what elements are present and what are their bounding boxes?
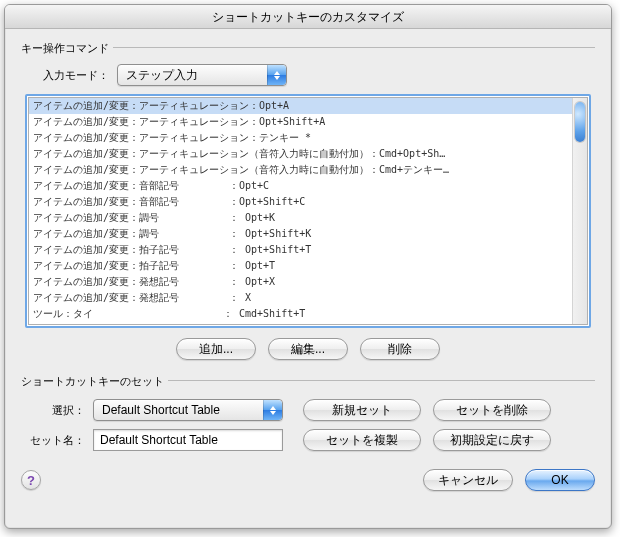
list-item[interactable]: アイテムの追加/変更：拍子記号 ： Opt+T [29, 258, 587, 274]
set-name-value: Default Shortcut Table [100, 433, 218, 447]
shortcut-listbox[interactable]: アイテムの追加/変更：アーティキュレーション：Opt+Aアイテムの追加/変更：ア… [28, 97, 588, 325]
input-mode-label: 入力モード： [29, 68, 109, 83]
set-name-label: セット名： [25, 433, 85, 448]
dialog-content: キー操作コマンド 入力モード： ステップ入力 アイテムの追加/変更：アーティキュ… [5, 29, 611, 528]
divider [113, 47, 595, 48]
list-item[interactable]: ツール：タイ ： Cmd+Shift+T [29, 306, 587, 322]
set-name-field[interactable]: Default Shortcut Table [93, 429, 283, 451]
updown-icon [263, 400, 282, 420]
scrollbar-thumb[interactable] [575, 102, 585, 142]
list-item[interactable]: アイテムの追加/変更：拍子記号 ： Opt+Shift+T [29, 242, 587, 258]
list-item[interactable]: ツール：タイ ： Opt+テンキー / [29, 322, 587, 325]
add-button[interactable]: 追加... [176, 338, 256, 360]
set-select[interactable]: Default Shortcut Table [93, 399, 283, 421]
list-item[interactable]: アイテムの追加/変更：発想記号 ： Opt+X [29, 274, 587, 290]
group-shortcut-set: ショートカットキーのセット [21, 374, 595, 389]
list-item[interactable]: アイテムの追加/変更：アーティキュレーション：Opt+A [29, 98, 587, 114]
window-title: ショートカットキーのカスタマイズ [5, 5, 611, 29]
edit-button[interactable]: 編集... [268, 338, 348, 360]
group-shortcut-set-label: ショートカットキーのセット [21, 374, 164, 389]
list-buttons: 追加... 編集... 削除 [21, 338, 595, 360]
shortcut-listbox-frame: アイテムの追加/変更：アーティキュレーション：Opt+Aアイテムの追加/変更：ア… [25, 94, 591, 328]
set-buttons: 新規セット セットを削除 セットを複製 初期設定に戻す [303, 399, 551, 451]
delete-button[interactable]: 削除 [360, 338, 440, 360]
list-item[interactable]: アイテムの追加/変更：調号 ： Opt+Shift+K [29, 226, 587, 242]
cancel-button[interactable]: キャンセル [423, 469, 513, 491]
list-item[interactable]: アイテムの追加/変更：発想記号 ： X [29, 290, 587, 306]
duplicate-set-button[interactable]: セットを複製 [303, 429, 421, 451]
help-button[interactable]: ? [21, 470, 41, 490]
new-set-button[interactable]: 新規セット [303, 399, 421, 421]
reset-set-button[interactable]: 初期設定に戻す [433, 429, 551, 451]
list-item[interactable]: アイテムの追加/変更：アーティキュレーション（音符入力時に自動付加）：Cmd+テ… [29, 162, 587, 178]
set-select-label: 選択： [25, 403, 85, 418]
ok-button[interactable]: OK [525, 469, 595, 491]
group-key-commands: キー操作コマンド [21, 41, 595, 56]
list-item[interactable]: アイテムの追加/変更：アーティキュレーション：Opt+Shift+A [29, 114, 587, 130]
divider [168, 380, 595, 381]
group-key-commands-label: キー操作コマンド [21, 41, 109, 56]
list-item[interactable]: アイテムの追加/変更：アーティキュレーション（音符入力時に自動付加）：Cmd+O… [29, 146, 587, 162]
list-item[interactable]: アイテムの追加/変更：音部記号 ：Opt+C [29, 178, 587, 194]
dialog-window: ショートカットキーのカスタマイズ キー操作コマンド 入力モード： ステップ入力 … [4, 4, 612, 529]
updown-icon [267, 65, 286, 85]
delete-set-button[interactable]: セットを削除 [433, 399, 551, 421]
scrollbar[interactable] [572, 98, 587, 324]
list-item[interactable]: アイテムの追加/変更：音部記号 ：Opt+Shift+C [29, 194, 587, 210]
input-mode-value: ステップ入力 [126, 67, 198, 84]
input-mode-select[interactable]: ステップ入力 [117, 64, 287, 86]
list-item[interactable]: アイテムの追加/変更：アーティキュレーション：テンキー * [29, 130, 587, 146]
set-select-value: Default Shortcut Table [102, 403, 220, 417]
list-item[interactable]: アイテムの追加/変更：調号 ： Opt+K [29, 210, 587, 226]
